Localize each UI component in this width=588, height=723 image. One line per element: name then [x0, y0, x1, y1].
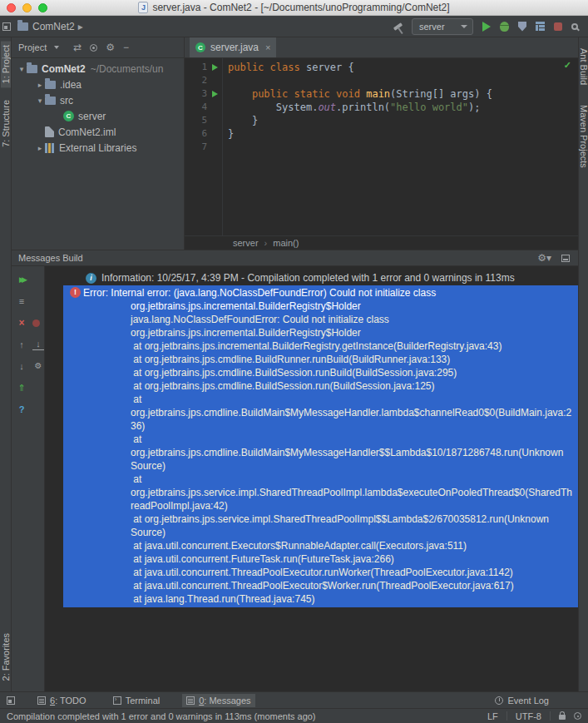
error-selection-block[interactable]: ! Error: Internal error: (java.lang.NoCl… [63, 285, 578, 607]
tree-item-root[interactable]: ▾ComNet2~/Documents/un [12, 61, 184, 77]
stop-process-icon[interactable] [32, 319, 40, 327]
tree-item-label: .idea [60, 79, 82, 91]
run-config-select[interactable]: server [412, 18, 473, 35]
search-icon[interactable] [571, 23, 578, 30]
breadcrumb-item[interactable]: main() [273, 238, 299, 248]
run-line-icon[interactable] [210, 61, 222, 74]
tree-item-server[interactable]: Cserver [12, 108, 184, 124]
stack-trace-line[interactable]: at java.util.concurrent.ThreadPoolExecut… [131, 566, 575, 579]
tree-down-arrow-icon[interactable]: ▾ [35, 97, 45, 105]
code-line: System.out.println("hello world"); [228, 101, 492, 114]
encoding-indicator[interactable]: UTF-8 [516, 711, 541, 721]
run-button[interactable] [482, 22, 491, 32]
inspections-level-icon[interactable] [574, 712, 581, 720]
code-line [228, 141, 492, 154]
filter-gear-icon[interactable]: ⚙ [32, 360, 44, 372]
stack-trace-line[interactable]: at org.jetbrains.jps.cmdline.BuildRunner… [131, 353, 575, 366]
tree-item-iml[interactable]: ComNet2.iml [12, 124, 184, 140]
build-output[interactable]: i Information: 10/25/17, 4:39 PM - Compi… [45, 266, 578, 691]
statusbar-divider [550, 711, 551, 721]
stop-button[interactable] [554, 22, 562, 31]
stack-trace-line[interactable]: java.lang.NoClassDefFoundError: Could no… [131, 313, 575, 339]
inspection-ok-icon[interactable]: ✓ [564, 60, 571, 71]
gutter-line: 5 [185, 114, 222, 127]
close-tab-icon[interactable]: × [265, 42, 270, 52]
pause-output-icon[interactable]: ≡ [16, 295, 27, 307]
toolbar-grid-icon[interactable] [536, 22, 545, 31]
build-hammer-icon[interactable] [393, 22, 403, 31]
hide-panel-icon[interactable]: − [123, 42, 129, 52]
stripe-button-favorites[interactable]: 2: Favorites [1, 629, 11, 685]
stripe-button-ant-build[interactable]: Ant Build [579, 44, 588, 89]
line-separator-indicator[interactable]: LF [487, 711, 498, 721]
build-info-row[interactable]: i Information: 10/25/17, 4:39 PM - Compi… [45, 270, 578, 285]
line-number: 4 [185, 101, 210, 114]
tab-server-java[interactable]: C server.java × [190, 37, 276, 57]
status-message[interactable]: Compilation completed with 1 error and 0… [7, 711, 479, 721]
stripe-button-project[interactable]: 1: Project [1, 41, 11, 87]
stack-trace-line[interactable]: at java.util.concurrent.Executors$Runnab… [131, 539, 575, 552]
stack-trace-line[interactable]: at java.util.concurrent.FutureTask.run(F… [131, 552, 575, 566]
coverage-button[interactable] [518, 22, 526, 32]
minimize-window-button[interactable] [22, 3, 32, 12]
navbar-project-item[interactable]: ComNet2 [32, 21, 75, 32]
java-file-icon: J [138, 2, 148, 13]
toolwindow-button-todo[interactable]: 6: TODO [33, 694, 91, 707]
export-log-icon[interactable]: ↓ [32, 338, 44, 350]
project-view-dropdown[interactable]: Project [18, 42, 47, 52]
stack-trace-line[interactable]: at org.jetbrains.jps.service.impl.Shared… [131, 473, 575, 513]
toolwindow-anchor-icon[interactable] [2, 22, 11, 31]
left-toolwindow-stripe: 1: Project7: Structure 2: Favorites [0, 37, 12, 691]
macos-titlebar[interactable]: J server.java - ComNet2 - [~/Documents/u… [0, 0, 588, 16]
editor[interactable]: ✓ 1234567 public class server { public s… [185, 58, 578, 250]
project-tree-panel: ▾ComNet2~/Documents/un▸.idea▾srcCserverC… [12, 58, 185, 250]
tree-down-arrow-icon[interactable]: ▾ [17, 65, 27, 73]
dock-panel-icon[interactable] [561, 255, 570, 262]
close-icon[interactable]: × [16, 317, 27, 329]
messages-icon [186, 696, 195, 705]
stack-trace-line[interactable]: at org.jetbrains.jps.cmdline.BuildMain$M… [131, 433, 575, 473]
stack-trace-line[interactable]: at org.jetbrains.jps.service.impl.Shared… [131, 513, 575, 539]
tree-right-arrow-icon[interactable]: ▸ [35, 144, 45, 152]
close-window-button[interactable] [7, 3, 16, 12]
toolwindow-button-messages[interactable]: 0: Messages [182, 694, 254, 707]
export-text-icon[interactable]: ⇑ [16, 382, 27, 394]
tree-item-src[interactable]: ▾src [12, 92, 184, 108]
code-token: (String[] args) { [390, 88, 492, 100]
build-toolbar: ▶▶ ≡ × ↑ ↓ ↓ ⚙ [12, 266, 45, 691]
stack-trace-line[interactable]: at org.jetbrains.jps.incremental.Builder… [131, 339, 575, 353]
rerun-build-icon[interactable]: ▶▶ [16, 274, 27, 285]
stack-trace-line[interactable]: at org.jetbrains.jps.cmdline.BuildSessio… [131, 379, 575, 393]
statusbar-divider [506, 711, 507, 721]
toolwindow-button-event-log[interactable]: Event Log [491, 694, 553, 707]
previous-message-icon[interactable]: ↑ [16, 339, 27, 350]
refresh-icon[interactable]: ⇄ [73, 42, 82, 52]
build-header-icons: ⚙▾ [537, 253, 570, 263]
toolwindow-button-terminal[interactable]: Terminal [109, 694, 165, 707]
code-token: out [318, 102, 336, 113]
stack-trace-line[interactable]: at java.lang.Thread.run(Thread.java:745) [131, 592, 575, 606]
stack-trace-line[interactable]: at java.util.concurrent.ThreadPoolExecut… [131, 579, 575, 592]
right-stripe-items: Ant BuildMaven Projects [579, 44, 588, 172]
scroll-to-source-icon[interactable] [90, 44, 97, 52]
tree-item-external-libraries[interactable]: ▸External Libraries [12, 140, 184, 156]
tree-item-idea[interactable]: ▸.idea [12, 77, 184, 92]
toolwindow-switcher-icon[interactable] [7, 696, 15, 705]
run-line-icon[interactable] [210, 87, 222, 101]
next-message-icon[interactable]: ↓ [16, 360, 27, 372]
stripe-button-maven-projects[interactable]: Maven Projects [579, 101, 588, 172]
tree-right-arrow-icon[interactable]: ▸ [35, 81, 45, 89]
tree-item-path: ~/Documents/un [91, 63, 164, 75]
lock-icon[interactable] [559, 715, 566, 720]
help-icon[interactable]: ? [16, 404, 27, 415]
stripe-button-structure[interactable]: 7: Structure [1, 96, 11, 151]
maximize-window-button[interactable] [38, 3, 47, 12]
stack-trace-line[interactable]: at org.jetbrains.jps.cmdline.BuildSessio… [131, 366, 575, 379]
breadcrumb-item[interactable]: server [233, 238, 259, 248]
gear-icon[interactable]: ⚙ [106, 42, 115, 52]
debug-button[interactable] [500, 22, 509, 32]
stack-trace-line[interactable]: at org.jetbrains.jps.cmdline.BuildMain$M… [131, 393, 575, 433]
gear-icon[interactable]: ⚙▾ [537, 253, 551, 263]
gutter-line: 4 [185, 101, 222, 114]
code-area[interactable]: public class server { public static void… [223, 58, 492, 235]
